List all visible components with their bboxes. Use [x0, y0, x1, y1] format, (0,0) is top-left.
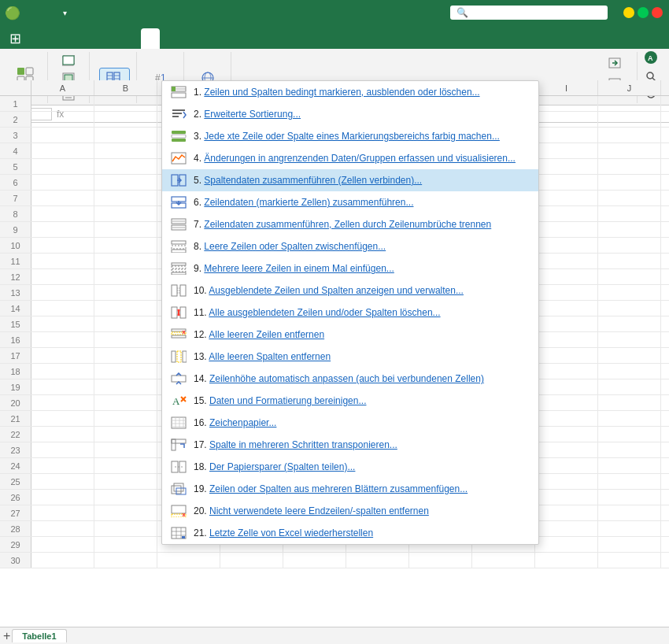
cell-17-1[interactable] [94, 348, 157, 363]
dropdown-item-17[interactable]: 17. Spalte in mehreren Schritten transpo… [162, 434, 538, 456]
cell-1-10[interactable] [661, 96, 669, 111]
cell-25-1[interactable] [94, 474, 157, 489]
blaetter-button[interactable] [57, 53, 83, 68]
cell-7-9[interactable] [598, 191, 661, 205]
dropdown-item-18[interactable]: 18. Der Papiersparer (Spalten teilen)... [162, 456, 538, 478]
cell-18-1[interactable] [94, 364, 157, 379]
cell-6-0[interactable] [31, 175, 94, 190]
cell-25-10[interactable] [661, 474, 669, 489]
cell-5-10[interactable] [661, 159, 669, 174]
cell-27-0[interactable] [31, 505, 94, 520]
tab-hilfe[interactable] [122, 28, 141, 49]
cell-30-7[interactable] [472, 553, 535, 568]
dropdown-item-9[interactable]: 9. Mehrere leere Zeilen in einem Mal ein… [162, 257, 538, 279]
cell-30-4[interactable] [283, 553, 346, 568]
cell-18-9[interactable] [598, 364, 661, 379]
cell-12-10[interactable] [661, 269, 669, 284]
cell-15-8[interactable] [535, 316, 598, 331]
cell-21-0[interactable] [31, 411, 94, 426]
cell-12-9[interactable] [598, 269, 661, 284]
cell-15-1[interactable] [94, 316, 157, 331]
cell-7-0[interactable] [31, 191, 94, 205]
cell-30-0[interactable] [31, 553, 94, 568]
dropdown-item-1[interactable]: 1. Zeilen und Spalten bedingt markieren,… [162, 81, 538, 103]
cell-13-8[interactable] [535, 285, 598, 300]
cell-23-9[interactable] [598, 442, 661, 457]
cell-4-1[interactable] [94, 143, 157, 158]
dropdown-item-7[interactable]: 7. Zeilendaten zusammenführen, Zellen du… [162, 213, 538, 235]
cell-29-1[interactable] [94, 537, 157, 552]
cell-16-1[interactable] [94, 332, 157, 347]
cell-7-10[interactable] [661, 191, 669, 205]
cell-5-8[interactable] [535, 159, 598, 174]
cell-30-6[interactable] [409, 553, 472, 568]
cell-25-8[interactable] [535, 474, 598, 489]
cell-3-9[interactable] [598, 128, 661, 142]
cell-26-9[interactable] [598, 490, 661, 505]
cell-10-10[interactable] [661, 238, 669, 253]
cell-8-1[interactable] [94, 206, 157, 221]
cell-8-9[interactable] [598, 206, 661, 221]
cell-15-10[interactable] [661, 316, 669, 331]
cell-4-8[interactable] [535, 143, 598, 158]
cell-10-1[interactable] [94, 238, 157, 253]
cell-1-8[interactable] [535, 96, 598, 111]
cell-30-3[interactable] [220, 553, 283, 568]
cell-24-0[interactable] [31, 458, 94, 473]
cell-26-10[interactable] [661, 490, 669, 505]
cell-22-10[interactable] [661, 427, 669, 442]
cell-30-2[interactable] [157, 553, 220, 568]
cell-2-0[interactable] [31, 112, 94, 127]
cell-27-8[interactable] [535, 505, 598, 520]
undo-icon[interactable] [41, 6, 54, 19]
dropdown-item-15[interactable]: A 15. Daten und Formatierung bereinigen.… [162, 390, 538, 412]
cell-28-9[interactable] [598, 521, 661, 536]
cell-21-8[interactable] [535, 411, 598, 426]
cell-18-8[interactable] [535, 364, 598, 379]
cell-15-0[interactable] [31, 316, 94, 331]
cell-11-8[interactable] [535, 254, 598, 268]
cell-20-0[interactable] [31, 395, 94, 410]
dropdown-item-20[interactable]: 20. Nicht verwendete leere Endzeilen/-sp… [162, 500, 538, 522]
dropdown-item-21[interactable]: 21. Letzte Zelle von Excel wiederherstel… [162, 522, 538, 544]
cell-22-0[interactable] [31, 427, 94, 442]
dropdown-item-14[interactable]: 14. Zeilenhöhe automatisch anpassen (auc… [162, 368, 538, 390]
cell-1-1[interactable] [94, 96, 157, 111]
cell-29-9[interactable] [598, 537, 661, 552]
cell-21-9[interactable] [598, 411, 661, 426]
maximize-btn[interactable] [638, 7, 649, 18]
cell-7-1[interactable] [94, 191, 157, 205]
cell-19-0[interactable] [31, 379, 94, 394]
tab-ueberpruefen[interactable] [84, 28, 103, 49]
cell-13-10[interactable] [661, 285, 669, 300]
cell-3-1[interactable] [94, 128, 157, 142]
cell-29-8[interactable] [535, 537, 598, 552]
cell-2-9[interactable] [598, 112, 661, 127]
cell-13-9[interactable] [598, 285, 661, 300]
cell-25-0[interactable] [31, 474, 94, 489]
cell-26-8[interactable] [535, 490, 598, 505]
cell-10-9[interactable] [598, 238, 661, 253]
tab-daten[interactable] [65, 28, 84, 49]
minimize-btn[interactable] [623, 7, 634, 18]
add-sheet-btn[interactable]: + [3, 629, 10, 643]
cell-22-9[interactable] [598, 427, 661, 442]
cell-5-9[interactable] [598, 159, 661, 174]
cell-26-0[interactable] [31, 490, 94, 505]
cell-18-0[interactable] [31, 364, 94, 379]
cell-11-9[interactable] [598, 254, 661, 268]
cell-8-8[interactable] [535, 206, 598, 221]
dropdown-item-8[interactable]: 8. Leere Zeilen oder Spalten zwischenfüg… [162, 235, 538, 257]
cell-30-8[interactable] [535, 553, 598, 568]
cell-14-8[interactable] [535, 301, 598, 316]
cell-25-9[interactable] [598, 474, 661, 489]
cell-3-10[interactable] [661, 128, 669, 142]
cell-3-0[interactable] [31, 128, 94, 142]
quick-access-more[interactable]: ▾ [58, 6, 71, 19]
dropdown-item-4[interactable]: 4. Änderungen in angrenzenden Daten/Grup… [162, 147, 538, 169]
cell-1-9[interactable] [598, 96, 661, 111]
dropdown-item-3[interactable]: 3. Jede xte Zeile oder Spalte eines Mark… [162, 125, 538, 147]
search-input[interactable] [473, 7, 591, 18]
cell-17-0[interactable] [31, 348, 94, 363]
cell-11-10[interactable] [661, 254, 669, 268]
